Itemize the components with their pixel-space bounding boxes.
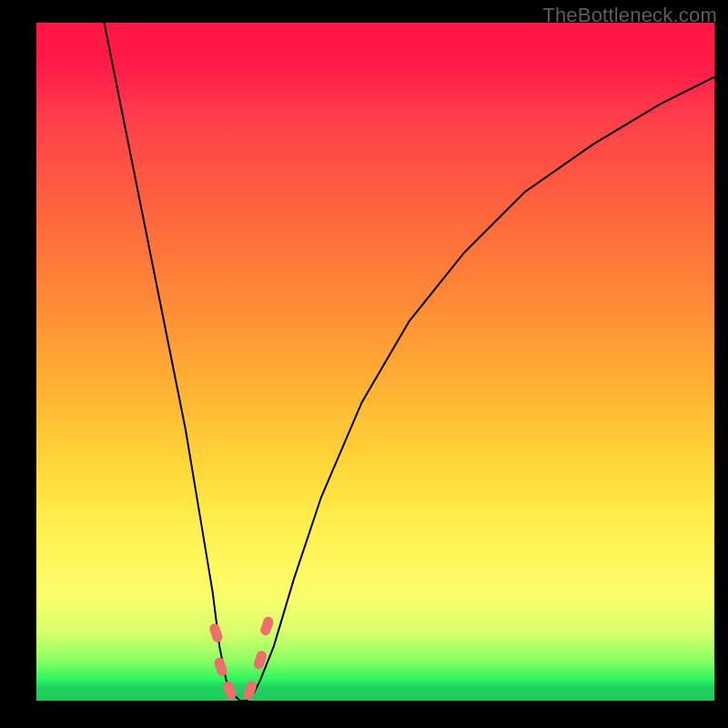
watermark-text: TheBottleneck.com: [542, 4, 717, 27]
plot-area: [36, 23, 714, 701]
chart-frame: TheBottleneck.com: [0, 0, 728, 728]
